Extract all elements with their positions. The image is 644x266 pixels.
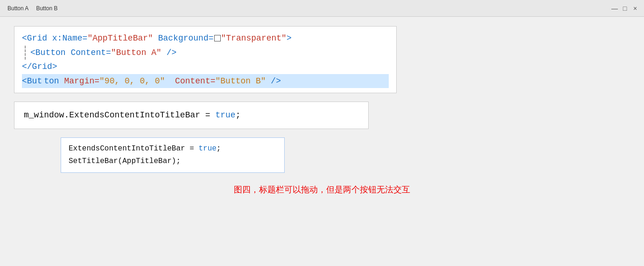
xml-button-a-value: "Button A"	[111, 46, 161, 60]
window-controls: — □ ×	[610, 4, 639, 13]
xml-grid-close-tag: </Grid>	[22, 60, 57, 74]
close-button[interactable]: ×	[631, 4, 639, 13]
content-area: <Grid x:Name="AppTitleBar" Background="T…	[0, 17, 644, 266]
small-semicolon-1: ;	[217, 143, 221, 155]
xml-line-1: <Grid x:Name="AppTitleBar" Background="T…	[22, 31, 389, 46]
xml-attr-name-value: "AppTitleBar"	[87, 31, 153, 46]
xml-line-2: <Button Content="Button A" />	[25, 46, 389, 60]
xml-margin-value: "90, 0, 0, 0"	[99, 74, 165, 89]
xml-transparent-value: "Transparent"	[221, 31, 287, 46]
xml-code-block: <Grid x:Name="AppTitleBar" Background="T…	[14, 26, 397, 93]
small-line-1: ExtendsContentIntoTitleBar = true;	[69, 143, 277, 155]
small-extends-text: ExtendsContentIntoTitleBar =	[69, 143, 198, 155]
xml-line-4-highlighted: <Button Margin="90, 0, 0, 0" Content="Bu…	[22, 74, 389, 89]
xml-button-a-selfclose: />	[161, 46, 176, 60]
cpp-code-text: m_window.ExtendsContentIntoTitleBar =	[24, 108, 215, 123]
cpp-semicolon: ;	[236, 108, 241, 123]
title-bar: Button A Button B — □ ×	[0, 0, 644, 17]
xml-tag-grid-open: <Grid x:Name=	[22, 31, 87, 46]
xml-background-attr: Background=	[153, 31, 214, 46]
title-bar-buttons: Button A Button B	[5, 4, 60, 13]
button-a-title[interactable]: Button A	[5, 4, 31, 13]
small-line-2: SetTitleBar(AppTitleBar);	[69, 155, 277, 168]
maximize-button[interactable]: □	[621, 4, 629, 13]
xml-content-value: "Button B"	[216, 74, 266, 89]
cpp-line-1: m_window.ExtendsContentIntoTitleBar = tr…	[24, 108, 359, 123]
small-true-keyword: true	[198, 143, 216, 155]
xml-content-attr: Content=	[165, 74, 215, 89]
cpp-code-block: m_window.ExtendsContentIntoTitleBar = tr…	[14, 102, 369, 129]
cpp-true-keyword: true	[215, 108, 235, 123]
xml-margin-attr: Margin=	[59, 74, 99, 89]
xml-button-b-tag2: ton	[44, 74, 59, 89]
xml-button-b-tag: <But	[22, 74, 42, 89]
caption: 图四，标题栏可以拖动，但是两个按钮无法交互	[14, 184, 630, 195]
small-settitlebar-text: SetTitleBar(AppTitleBar);	[69, 155, 181, 168]
xml-line-3: </Grid>	[22, 60, 389, 74]
button-b-title[interactable]: Button B	[33, 4, 60, 13]
xml-button-a-tag: <Button Content=	[30, 46, 111, 60]
inline-box-icon	[214, 35, 221, 41]
minimize-button[interactable]: —	[610, 4, 619, 13]
window: Button A Button B — □ × <Grid x:Name="Ap…	[0, 0, 644, 266]
small-code-block: ExtendsContentIntoTitleBar = true; SetTi…	[61, 137, 285, 173]
xml-grid-close-bracket: >	[287, 31, 292, 46]
xml-button-b-selfclose: />	[266, 74, 281, 89]
